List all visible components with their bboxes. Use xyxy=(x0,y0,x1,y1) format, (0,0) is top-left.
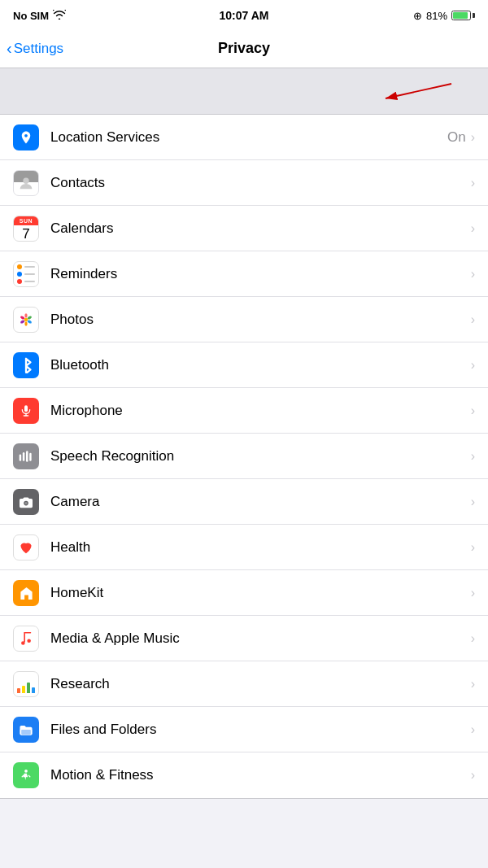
reminders-chevron: › xyxy=(471,267,475,281)
battery-percent: 81% xyxy=(426,10,447,22)
row-health[interactable]: Health › xyxy=(0,525,488,570)
photos-label: Photos xyxy=(50,312,471,328)
row-research[interactable]: Research › xyxy=(0,661,488,707)
photos-chevron: › xyxy=(471,312,475,327)
row-calendars[interactable]: SUN 7 Calendars › xyxy=(0,206,488,251)
svg-rect-15 xyxy=(26,451,28,461)
homekit-label: HomeKit xyxy=(50,585,471,601)
nav-bar: ‹ Settings Privacy xyxy=(0,29,488,68)
svg-point-3 xyxy=(24,317,28,321)
speech-recognition-label: Speech Recognition xyxy=(50,448,471,465)
files-folders-label: Files and Folders xyxy=(50,722,471,738)
row-motion-fitness[interactable]: Motion & Fitness › xyxy=(0,752,488,798)
speech-recognition-chevron: › xyxy=(471,449,475,464)
files-folders-chevron: › xyxy=(471,722,475,737)
calendars-label: Calendars xyxy=(50,220,471,237)
calendars-chevron: › xyxy=(471,221,475,236)
row-microphone[interactable]: Microphone › xyxy=(0,388,488,434)
svg-rect-10 xyxy=(24,405,28,412)
research-chevron: › xyxy=(471,677,475,691)
contacts-chevron: › xyxy=(471,176,475,190)
calendars-icon: SUN 7 xyxy=(13,216,39,242)
svg-point-20 xyxy=(27,639,31,643)
homekit-icon xyxy=(13,580,39,606)
research-icon xyxy=(13,671,39,697)
status-right: ⊕ 81% xyxy=(413,10,475,22)
bluetooth-icon xyxy=(13,352,39,378)
bluetooth-label: Bluetooth xyxy=(50,357,471,373)
back-label: Settings xyxy=(14,41,63,57)
camera-icon xyxy=(13,489,39,515)
row-homekit[interactable]: HomeKit › xyxy=(0,570,488,616)
battery-icon xyxy=(451,11,475,20)
svg-rect-13 xyxy=(20,454,22,460)
health-chevron: › xyxy=(471,540,475,555)
privacy-settings-list: Location Services On › Contacts › SUN 7 … xyxy=(0,114,488,799)
row-reminders[interactable]: Reminders › xyxy=(0,251,488,297)
row-bluetooth[interactable]: Bluetooth › xyxy=(0,342,488,388)
svg-point-23 xyxy=(24,770,28,773)
motion-fitness-icon xyxy=(13,762,39,788)
location-status-icon: ⊕ xyxy=(413,10,422,22)
media-apple-music-label: Media & Apple Music xyxy=(50,630,471,647)
svg-rect-16 xyxy=(29,452,31,460)
status-bar: No SIM 10:07 AM ⊕ 81% xyxy=(0,0,488,29)
reminders-icon xyxy=(13,261,39,287)
svg-point-4 xyxy=(24,313,27,318)
files-folders-icon xyxy=(13,717,39,743)
camera-label: Camera xyxy=(50,494,471,510)
photos-icon xyxy=(13,307,39,333)
contacts-label: Contacts xyxy=(50,175,471,191)
location-services-icon xyxy=(13,124,39,150)
row-speech-recognition[interactable]: Speech Recognition › xyxy=(0,434,488,479)
annotation-area xyxy=(0,68,488,114)
row-contacts[interactable]: Contacts › xyxy=(0,160,488,206)
reminders-label: Reminders xyxy=(50,266,471,282)
row-photos[interactable]: Photos › xyxy=(0,297,488,342)
wifi-icon xyxy=(53,10,66,22)
svg-rect-22 xyxy=(20,729,33,735)
health-label: Health xyxy=(50,539,471,556)
health-icon xyxy=(13,534,39,560)
red-arrow-annotation xyxy=(366,76,464,106)
row-camera[interactable]: Camera › xyxy=(0,479,488,525)
svg-rect-14 xyxy=(23,452,24,461)
status-time: 10:07 AM xyxy=(220,9,269,22)
motion-fitness-label: Motion & Fitness xyxy=(50,767,471,783)
svg-point-18 xyxy=(24,502,27,504)
page-title: Privacy xyxy=(218,40,270,57)
back-chevron-icon: ‹ xyxy=(7,39,12,58)
row-files-folders[interactable]: Files and Folders › xyxy=(0,707,488,752)
row-media-apple-music[interactable]: Media & Apple Music › xyxy=(0,616,488,661)
speech-recognition-icon xyxy=(13,443,39,469)
microphone-label: Microphone xyxy=(50,403,471,419)
contacts-icon xyxy=(13,170,39,196)
carrier-label: No SIM xyxy=(13,10,49,22)
microphone-chevron: › xyxy=(471,403,475,418)
svg-point-19 xyxy=(21,641,25,645)
motion-fitness-chevron: › xyxy=(471,768,475,783)
back-button[interactable]: ‹ Settings xyxy=(7,40,63,58)
homekit-chevron: › xyxy=(471,586,475,600)
location-services-value: On xyxy=(447,129,466,146)
svg-line-1 xyxy=(386,84,451,98)
row-location-services[interactable]: Location Services On › xyxy=(0,115,488,160)
media-apple-music-chevron: › xyxy=(471,631,475,646)
svg-point-7 xyxy=(24,321,27,326)
location-services-chevron: › xyxy=(471,130,475,145)
research-label: Research xyxy=(50,676,471,692)
status-carrier-wifi: No SIM xyxy=(13,10,66,22)
location-services-label: Location Services xyxy=(50,129,447,146)
svg-point-2 xyxy=(23,177,28,183)
camera-chevron: › xyxy=(471,495,475,509)
media-apple-music-icon xyxy=(13,626,39,652)
bluetooth-chevron: › xyxy=(471,358,475,373)
microphone-icon xyxy=(13,398,39,424)
